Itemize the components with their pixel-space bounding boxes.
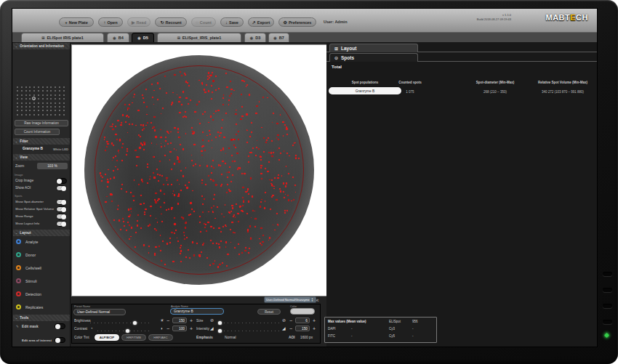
open-button[interactable]: ↑Open (98, 17, 123, 27)
toggle-label: Show Layout Info (15, 222, 39, 225)
user-label: User: Admin (324, 20, 348, 24)
count-button[interactable]: ◌Count (191, 17, 216, 27)
size-minus-button[interactable]: − (289, 318, 292, 323)
tab-well-d5[interactable]: ◉D5 (132, 33, 154, 42)
status-value: - (412, 327, 414, 331)
contrast-icon: ◑ (160, 326, 163, 331)
edit-aoi-toggle[interactable] (55, 337, 65, 343)
max-values-box: Max values (Mean value) DAPI - FITC - EL… (324, 317, 437, 343)
col-header: Counted spots (381, 81, 439, 84)
size-handle[interactable] (218, 321, 222, 325)
monitor-bezel: +New Plate ↑Open ▶Read ↻Recount ◌Count ↓… (0, 0, 618, 364)
tint-hrp-tmb-button[interactable]: HRP/TMB (121, 334, 146, 341)
tab-plate-2[interactable]: ⊞ELISpot_IRIS_plate1 (157, 33, 241, 42)
plate-grid-icon: ⊞ (177, 36, 180, 40)
recount-button[interactable]: ↻Recount (155, 17, 187, 27)
toggle-label: Edit area of interest (22, 339, 52, 342)
intensity-minus-button[interactable]: − (289, 326, 292, 331)
tab-well-d3[interactable]: ◉D3 (244, 33, 266, 42)
edit-mask-toggle[interactable] (55, 323, 65, 329)
save-button[interactable]: ↓Save (220, 17, 244, 27)
plate-grid[interactable] (15, 85, 68, 118)
section-layout[interactable]: ⌄Layout (13, 230, 70, 236)
tab-layout[interactable]: ⊞Layout (329, 44, 418, 52)
size-track[interactable] (224, 323, 281, 323)
tab-well-b7[interactable]: ◉B7 (268, 33, 289, 42)
size-label: Size (196, 319, 203, 323)
reset-button[interactable]: Reset (257, 309, 281, 315)
contrast-track[interactable] (97, 331, 151, 331)
raw-image-info-button[interactable]: Raw Image Information (15, 120, 68, 126)
read-button[interactable]: ▶Read (127, 17, 151, 27)
adjust-panel: Preset Name User-Defined Normal Analyte … (71, 304, 321, 344)
brightness-value[interactable]: 150 (172, 318, 187, 323)
section-orientation[interactable]: ⌄Orientation and Information (13, 43, 70, 49)
intensity-value[interactable]: 150 (295, 325, 310, 331)
export-button[interactable]: ↗Export (248, 17, 274, 27)
intensity-icon: ◢ (282, 326, 286, 331)
show-aoi-toggle[interactable] (56, 185, 67, 191)
legend-label: Replicates (25, 305, 43, 310)
new-plate-button[interactable]: +New Plate (59, 17, 94, 27)
preferences-button[interactable]: ⚙Preferences (278, 17, 316, 27)
brightness-handle[interactable] (133, 321, 137, 325)
count-info-button[interactable]: Count Information (15, 129, 60, 135)
chevron-down-icon: ⌄ (15, 155, 17, 159)
tint-hrp-aec-button[interactable]: HRP/AEC (148, 334, 173, 341)
spinner-icon[interactable]: ▲▼ (310, 297, 315, 302)
change-preset-select[interactable]: User-Defined Normal/Granzyme B ▲▼ (264, 296, 316, 303)
tint-alp-bcip-button[interactable]: ALP/BCIP (95, 334, 119, 341)
crop-image-toggle[interactable] (56, 178, 67, 184)
contrast-minus-button[interactable]: − (166, 326, 169, 331)
brightness-minus-button[interactable]: − (166, 318, 169, 323)
show-relative-spot-volume-toggle[interactable] (56, 206, 67, 212)
well-icon: ◉ (250, 36, 253, 40)
spots-group-label: Spots (15, 194, 23, 198)
show-range-toggle[interactable] (56, 214, 67, 219)
export-icon: ↗ (252, 20, 256, 25)
contrast-plus-button[interactable]: + (190, 326, 193, 331)
show-layout-info-toggle[interactable] (56, 221, 67, 227)
intensity-handle[interactable] (218, 329, 222, 333)
contrast-value[interactable]: 100 (172, 325, 187, 331)
legend-label: Stimuli (25, 279, 37, 283)
tab-spots[interactable]: ⊙Spots (329, 53, 418, 62)
well-image[interactable] (84, 55, 314, 285)
intensity-track[interactable] (224, 331, 281, 331)
show-spot-diameter-toggle[interactable] (56, 199, 67, 205)
contrast-handle[interactable] (126, 329, 129, 333)
brightness-track[interactable] (90, 323, 151, 323)
contrast-label: Contrast (74, 327, 87, 331)
preset-name-input[interactable]: User-Defined Normal (73, 309, 126, 315)
right-panel: ⊞Layout ⊙Spots Total Spot populations Co… (326, 43, 598, 347)
tab-well-b4[interactable]: ◉B4 (107, 33, 129, 42)
cells-well-legend-icon (16, 265, 21, 270)
brightness-plus-button[interactable]: + (190, 318, 193, 323)
section-filter[interactable]: ⌄Filter (13, 138, 70, 145)
recount-icon: ↻ (160, 20, 164, 25)
size-value[interactable]: 6 (295, 318, 310, 323)
toggle-label: Show Range (15, 214, 33, 218)
counted-spots-value: 1 075 (381, 90, 439, 94)
toggle-label: Show AOI (15, 186, 31, 190)
emphasis-value[interactable]: Normal (225, 336, 236, 339)
well-icon: ◉ (137, 36, 140, 40)
version-text: v 1.1.0 Build 2018-08-27 09:19:43 (477, 13, 511, 22)
section-tools[interactable]: ⌄Tools (13, 315, 70, 321)
preset-strip: Change Preset: User-Defined Normal/Granz… (71, 296, 321, 304)
analyte-name-input[interactable]: Granzyme B (170, 308, 224, 315)
well-icon: ◉ (113, 36, 116, 40)
zoom-value[interactable]: 103 % (37, 163, 68, 169)
size-plus-button[interactable]: + (313, 318, 316, 323)
color-swatch[interactable] (290, 308, 315, 315)
toggle-label: Show Spot-diameter (15, 200, 44, 203)
chevron-down-icon: ⌄ (15, 139, 17, 143)
filter-name: Granzyme B (23, 147, 43, 150)
tab-plate-1[interactable]: ⊞ELISpot IRIS plate1 (21, 33, 104, 42)
section-view[interactable]: ⌄View (13, 154, 70, 161)
well-icon: ◉ (273, 36, 276, 40)
aoi-label: AOI (289, 336, 295, 339)
zoom-label: Zoom (15, 164, 24, 168)
donor-legend-icon (16, 252, 21, 257)
intensity-plus-button[interactable]: + (313, 326, 316, 331)
